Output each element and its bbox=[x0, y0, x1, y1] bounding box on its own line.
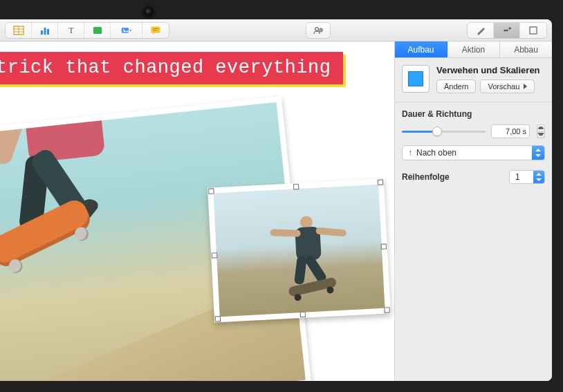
svg-point-14 bbox=[315, 27, 319, 30]
inspector-segment bbox=[468, 23, 546, 38]
resize-handle[interactable] bbox=[384, 307, 389, 312]
resize-handle[interactable] bbox=[293, 184, 298, 189]
selection-handles bbox=[210, 182, 387, 320]
svg-rect-11 bbox=[151, 26, 160, 32]
stepper-down-icon[interactable] bbox=[537, 132, 545, 139]
play-icon bbox=[524, 84, 527, 89]
svg-rect-6 bbox=[47, 29, 49, 35]
svg-rect-5 bbox=[44, 28, 46, 35]
resize-handle[interactable] bbox=[378, 180, 383, 185]
tab-build-out[interactable]: Abbau bbox=[500, 41, 552, 57]
insert-segment: T bbox=[6, 23, 169, 38]
duration-field[interactable]: 7,00 s bbox=[491, 124, 530, 138]
resize-handle[interactable] bbox=[299, 312, 305, 317]
duration-section-title: Dauer & Richtung bbox=[402, 109, 545, 119]
direction-value: Nach oben bbox=[416, 148, 456, 158]
resize-handle[interactable] bbox=[381, 243, 387, 249]
duration-slider[interactable] bbox=[402, 126, 486, 137]
arrow-up-icon: ↑ bbox=[408, 148, 412, 158]
collaborate-button[interactable] bbox=[306, 23, 330, 38]
effect-name: Verwehen und Skalieren bbox=[436, 65, 545, 75]
change-effect-button[interactable]: Ändern bbox=[436, 80, 476, 93]
insert-media-button[interactable] bbox=[111, 23, 142, 38]
svg-rect-8 bbox=[93, 27, 102, 34]
inspector-tabs: Aufbau Aktion Abbau bbox=[395, 41, 552, 58]
order-value: 1 bbox=[515, 172, 520, 182]
photo-small-selected[interactable] bbox=[207, 178, 391, 322]
svg-text:T: T bbox=[68, 26, 74, 35]
resize-handle[interactable] bbox=[212, 252, 217, 258]
animate-inspector-button[interactable] bbox=[494, 23, 520, 38]
slide-canvas[interactable]: trick that changed everything bbox=[0, 41, 394, 381]
effect-header: Verwehen und Skalieren Ändern Vorschau bbox=[395, 58, 552, 102]
duration-stepper[interactable] bbox=[537, 124, 545, 138]
main-area: trick that changed everything bbox=[0, 41, 552, 381]
order-row: Reihenfolge 1 bbox=[395, 160, 552, 184]
insert-table-button[interactable] bbox=[6, 23, 32, 38]
direction-select[interactable]: ↑ Nach oben bbox=[402, 145, 545, 160]
slide-title-text[interactable]: trick that changed everything bbox=[0, 52, 343, 84]
slide: trick that changed everything bbox=[0, 41, 394, 381]
change-effect-label: Ändern bbox=[444, 82, 468, 91]
insert-text-button[interactable]: T bbox=[58, 23, 84, 38]
resize-handle[interactable] bbox=[215, 316, 221, 321]
duration-value: 7,00 s bbox=[506, 127, 526, 136]
preview-label: Vorschau bbox=[488, 82, 519, 91]
duration-section: Dauer & Richtung 7,00 s bbox=[395, 102, 552, 160]
app-window: T bbox=[0, 19, 552, 381]
resize-handle[interactable] bbox=[208, 188, 214, 194]
preview-button[interactable]: Vorschau bbox=[480, 80, 535, 93]
effect-thumb-icon bbox=[402, 65, 430, 93]
svg-rect-4 bbox=[41, 30, 43, 35]
order-select[interactable]: 1 bbox=[509, 170, 545, 184]
format-inspector-button[interactable] bbox=[468, 23, 494, 38]
camera-dot bbox=[145, 8, 152, 15]
stepper-up-icon[interactable] bbox=[537, 124, 545, 132]
tab-action[interactable]: Aktion bbox=[447, 41, 500, 57]
document-inspector-button[interactable] bbox=[520, 23, 546, 38]
svg-rect-18 bbox=[530, 27, 537, 34]
select-cap-icon bbox=[533, 171, 544, 183]
insert-shape-button[interactable] bbox=[84, 23, 111, 38]
inspector-panel: Aufbau Aktion Abbau Verwehen und Skalier… bbox=[394, 41, 552, 381]
select-cap-icon bbox=[532, 146, 544, 160]
order-label: Reihenfolge bbox=[402, 172, 450, 182]
svg-point-10 bbox=[122, 28, 124, 30]
device-frame: T bbox=[0, 0, 563, 392]
insert-comment-button[interactable] bbox=[142, 23, 169, 38]
toolbar: T bbox=[0, 19, 552, 41]
tab-build-in[interactable]: Aufbau bbox=[395, 41, 447, 57]
insert-chart-button[interactable] bbox=[32, 23, 58, 38]
